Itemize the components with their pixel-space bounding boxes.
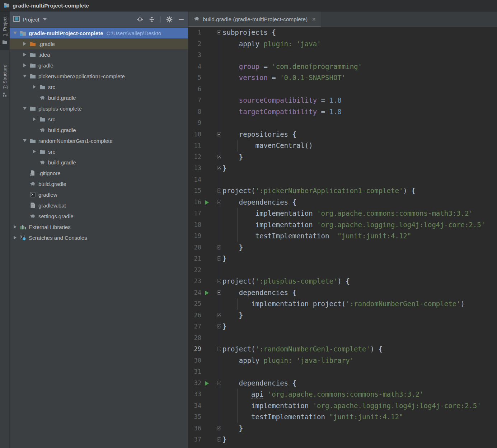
code-line-9[interactable]: 9: [188, 117, 497, 129]
code-line-7[interactable]: 7 sourceCompatibility = 1.8: [188, 95, 497, 106]
fold-collapse-icon[interactable]: [217, 188, 221, 193]
code-line-11[interactable]: 11 mavenCentral(): [188, 140, 497, 151]
fold-collapse-icon[interactable]: [217, 200, 221, 204]
chevron-collapsed-icon[interactable]: [22, 42, 27, 46]
tab-build-gradle[interactable]: build.gradle (gradle-multiProject-comple…: [188, 11, 321, 27]
collapse-all-button[interactable]: [149, 16, 155, 23]
tree-item-randomnumbergen1-complete[interactable]: randomNumberGen1-complete: [10, 135, 188, 146]
code-line-37[interactable]: 37}: [188, 434, 497, 445]
tree-item-gradlew[interactable]: gradlew: [10, 189, 188, 200]
code-line-32[interactable]: 32 dependencies {: [188, 378, 497, 389]
chevron-down-icon[interactable]: [43, 18, 47, 20]
chevron-collapsed-icon[interactable]: [22, 64, 27, 67]
tree-item-gradle-multiproject-complete[interactable]: gradle-multiProject-completeC:\Users\val…: [10, 28, 188, 38]
tree-item-src[interactable]: src: [10, 146, 188, 157]
code-line-27[interactable]: 27}: [188, 321, 497, 332]
code-editor[interactable]: 1subprojects {2 apply plugin: 'java'34 g…: [188, 27, 497, 448]
code-line-3[interactable]: 3: [188, 50, 497, 61]
code-line-10[interactable]: 10 repositories {: [188, 129, 497, 140]
code-line-25[interactable]: 25 implementation project(':randomNumber…: [188, 298, 497, 310]
fold-collapse-icon[interactable]: [217, 290, 221, 295]
tree-item-build-gradle[interactable]: build.gradle: [10, 92, 188, 103]
tree-item--gradle[interactable]: .gradle: [10, 38, 188, 49]
gear-icon[interactable]: [166, 16, 173, 23]
chevron-expanded-icon[interactable]: [13, 32, 18, 34]
stripe-button-project[interactable]: 1: Project: [0, 11, 9, 50]
tree-item-external-libraries[interactable]: External Libraries: [10, 221, 188, 232]
code-line-23[interactable]: 23project(':plusplus-complete') {: [188, 276, 497, 287]
chevron-collapsed-icon[interactable]: [32, 150, 37, 153]
code-line-2[interactable]: 2 apply plugin: 'java': [188, 38, 497, 50]
fold-collapse-icon[interactable]: [217, 132, 221, 136]
code-line-12[interactable]: 12 }: [188, 151, 497, 163]
fold-end-icon[interactable]: [217, 166, 221, 170]
chevron-expanded-icon[interactable]: [22, 75, 27, 78]
code-line-21[interactable]: 21}: [188, 253, 497, 265]
tree-item-settings-gradle[interactable]: settings.gradle: [10, 211, 188, 221]
tree-item-pickernumberapplication1-complete[interactable]: pickerNumberApplication1-complete: [10, 71, 188, 81]
code-line-4[interactable]: 4 group = 'com.denofprogramming': [188, 61, 497, 73]
fold-end-icon[interactable]: [217, 256, 221, 261]
code-line-16[interactable]: 16 dependencies {: [188, 197, 497, 208]
code-line-36[interactable]: 36 }: [188, 423, 497, 434]
chevron-collapsed-icon[interactable]: [32, 117, 37, 121]
fold-collapse-icon[interactable]: [217, 30, 221, 34]
fold-collapse-icon[interactable]: [217, 347, 221, 351]
code-line-5[interactable]: 5 version = '0.0.1-SNAPSHOT': [188, 72, 497, 84]
code-line-33[interactable]: 33 api 'org.apache.commons:commons-math3…: [188, 389, 497, 400]
chevron-collapsed-icon[interactable]: [22, 53, 27, 56]
chevron-collapsed-icon[interactable]: [32, 85, 37, 89]
tree-item-plusplus-complete[interactable]: plusplus-complete: [10, 103, 188, 114]
code-line-26[interactable]: 26 }: [188, 310, 497, 321]
code-line-18[interactable]: 18 implementation 'org.apache.logging.lo…: [188, 219, 497, 231]
code-text: targetCompatibility = 1.8: [222, 106, 497, 118]
code-line-1[interactable]: 1subprojects {: [188, 27, 497, 38]
code-line-24[interactable]: 24 dependencies {: [188, 287, 497, 299]
run-gutter-icon[interactable]: [205, 381, 209, 386]
tree-item-src[interactable]: src: [10, 114, 188, 125]
close-icon[interactable]: ✕: [312, 17, 316, 22]
code-line-19[interactable]: 19 testImplementation "junit:junit:4.12": [188, 230, 497, 242]
chevron-collapsed-icon[interactable]: [13, 225, 18, 229]
fold-end-icon[interactable]: [217, 437, 221, 442]
stripe-button-structure[interactable]: 7: Structure: [0, 60, 9, 103]
run-gutter-icon[interactable]: [205, 291, 209, 295]
tree-item-build-gradle[interactable]: build.gradle: [10, 178, 188, 189]
code-line-34[interactable]: 34 implementation 'org.apache.logging.lo…: [188, 400, 497, 412]
tree-item-label: gradlew.bat: [38, 202, 66, 209]
chevron-expanded-icon[interactable]: [22, 139, 27, 142]
code-line-30[interactable]: 30 apply plugin: 'java-library': [188, 355, 497, 367]
code-line-22[interactable]: 22: [188, 265, 497, 276]
code-line-35[interactable]: 35 testImplementation "junit:junit:4.12": [188, 411, 497, 423]
tree-item-scratches-and-consoles[interactable]: Scratches and Consoles: [10, 232, 188, 243]
fold-collapse-icon[interactable]: [217, 279, 221, 283]
fold-end-icon[interactable]: [217, 313, 221, 317]
locate-file-button[interactable]: [137, 16, 143, 23]
tree-item-gradlew-bat[interactable]: gradlew.bat: [10, 200, 188, 211]
code-line-8[interactable]: 8 targetCompatibility = 1.8: [188, 106, 497, 118]
tree-item-build-gradle[interactable]: build.gradle: [10, 125, 188, 135]
code-line-28[interactable]: 28: [188, 332, 497, 344]
code-line-13[interactable]: 13}: [188, 163, 497, 174]
tree-item-src[interactable]: src: [10, 81, 188, 92]
fold-end-icon[interactable]: [217, 155, 221, 159]
tree-item--idea[interactable]: .idea: [10, 49, 188, 60]
tree-item-build-gradle[interactable]: build.gradle: [10, 157, 188, 168]
tree-item-gradle[interactable]: gradle: [10, 60, 188, 71]
code-line-15[interactable]: 15project(':pickerNumberApplication1-com…: [188, 185, 497, 197]
chevron-expanded-icon[interactable]: [22, 107, 27, 110]
tree-item--gitignore[interactable]: .gitignore: [10, 168, 188, 178]
chevron-collapsed-icon[interactable]: [13, 236, 18, 239]
code-line-29[interactable]: 29project(':randomNumberGen1-complete') …: [188, 344, 497, 355]
fold-end-icon[interactable]: [217, 426, 221, 430]
fold-end-icon[interactable]: [217, 324, 221, 328]
hide-panel-button[interactable]: [178, 16, 184, 23]
fold-collapse-icon[interactable]: [217, 381, 221, 385]
fold-end-icon[interactable]: [217, 245, 221, 249]
code-line-17[interactable]: 17 implementation 'org.apache.commons:co…: [188, 208, 497, 219]
code-line-20[interactable]: 20 }: [188, 242, 497, 253]
run-gutter-icon[interactable]: [205, 200, 209, 205]
code-line-6[interactable]: 6: [188, 84, 497, 95]
code-line-14[interactable]: 14: [188, 174, 497, 186]
code-line-31[interactable]: 31: [188, 366, 497, 378]
